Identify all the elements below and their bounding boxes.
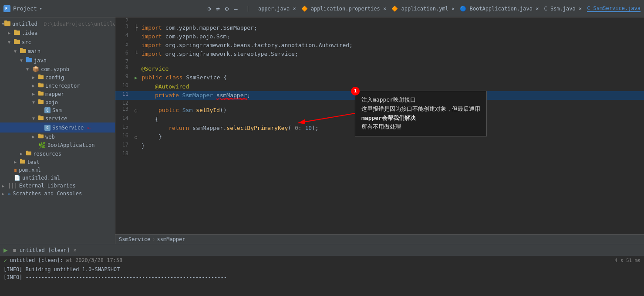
tree-item-idea[interactable]: ▶ .idea [0,28,115,37]
tree-item-pojo[interactable]: ▼ pojo [0,98,115,106]
editor-area: 2 3 ├ import com.yzpnb.mapper.SsmMapper;… [115,17,644,244]
tree-item-web[interactable]: ▶ web [0,133,115,141]
code-line-5: 5 import org.springframework.beans.facto… [115,41,644,50]
play-button[interactable]: ▶ [3,246,8,254]
tooltip-box: 1 注入mapper映射接口 这里报错是因为接口不能创建对象，但最后通用 map… [355,91,487,136]
tree-item-java[interactable]: ▼ java [0,56,115,65]
tree-item-main[interactable]: ▼ main [0,47,115,56]
svg-rect-7 [14,39,17,41]
breadcrumb-ssmservice[interactable]: SsmService [119,236,150,242]
code-area[interactable]: 2 3 ├ import com.yzpnb.mapper.SsmMapper;… [115,17,644,234]
tree-item-interceptor[interactable]: ▶ Interceptor [0,82,115,90]
tree-label-scratches: Scratches and Consoles [13,191,82,197]
tree-label-pomxml: pom.xml [19,167,41,173]
run-status-text: untitled [clean]: [10,257,63,263]
split-icon[interactable]: ⇄ [216,5,219,12]
tab-boot-application[interactable]: 🔵 BootApplication.java × [460,6,539,12]
code-line-8: 8 @Service [115,65,644,73]
tree-item-test[interactable]: ▶ test [0,158,115,166]
run-bar: ▶ m untitled [clean] × [0,244,644,256]
tree-item-root[interactable]: ▼ untitled D:\IdeaProjects\untitled [0,19,115,28]
code-line-17: 17 } [115,142,644,150]
globe-icon[interactable]: ⊕ [207,5,211,12]
tab-mapper[interactable]: apper.java × [258,6,296,12]
project-dropdown-arrow[interactable]: ▾ [40,6,42,11]
tree-item-iml[interactable]: 📄 untitled.iml [0,174,115,182]
success-icon: ✓ [3,257,7,264]
svg-rect-11 [26,57,29,59]
tree-label-interceptor: Interceptor [45,83,80,89]
tree-label-ssm: Ssm [52,107,62,113]
code-line-10: 10 @Autowired [115,82,644,91]
tab-application-properties[interactable]: 🔶 application.properties × [301,6,387,12]
bottom-content: ✓ untitled [clean]: at 2020/3/28 17:58 4… [0,256,644,296]
tooltip-line-4: 所有不用做处理 [361,122,480,132]
project-title[interactable]: Project [13,5,37,12]
tab-ssmservice-active[interactable]: C SsmService.java [587,5,641,12]
tree-item-ssmservice[interactable]: C SsmService ← [0,122,115,133]
tree-item-resources[interactable]: ▶ resources [0,150,115,158]
tree-item-pomxml[interactable]: m pom.xml [0,166,115,174]
run-label-m: m [13,247,16,253]
tree-item-scratches[interactable]: ▶ ✏ Scratches and Consoles [0,190,115,197]
code-line-6: 6 └ import org.springframework.stereotyp… [115,50,644,58]
svg-rect-3 [4,20,7,22]
tree-item-package[interactable]: ▼ 📦 com.yzpnb [0,65,115,73]
tree-item-config[interactable]: ▶ config [0,73,115,82]
tree-item-bootapp[interactable]: 🌿 BootApplication [0,141,115,150]
svg-rect-5 [14,30,17,31]
iml-icon: 📄 [14,175,20,181]
code-line-7: 7 [115,58,644,65]
tree-item-external-libs[interactable]: ▶ ||| External Libraries [0,182,115,190]
svg-rect-21 [38,116,40,117]
tree-label-main: main [28,48,40,54]
tree-label-src: src [22,39,31,45]
tree-item-ssm[interactable]: C Ssm [0,106,115,114]
log-line-1: [INFO] Building untitled 1.0-SNAPSHOT [3,265,641,273]
run-status-row: ✓ untitled [clean]: at 2020/3/28 17:58 4… [0,256,644,265]
tooltip-line-2: 这里报错是因为接口不能创建对象，但最后通用 [361,105,480,114]
project-header: P Project ▾ [3,5,99,12]
run-label-text[interactable]: untitled [clean] [20,247,70,253]
code-line-4: 4 import com.yzpnb.pojo.Ssm; [115,32,644,41]
run-close-btn[interactable]: × [73,247,76,253]
tree-item-src[interactable]: ▼ src [0,37,115,47]
svg-rect-13 [38,75,40,76]
tree-label-java: java [34,58,47,64]
code-line-9: 9 ▶ public class SsmService { [115,73,644,82]
tree-label-bootapp: BootApplication [47,142,94,148]
log-area: [INFO] Building untitled 1.0-SNAPSHOT [I… [0,265,644,296]
tab-application-yml[interactable]: 🔶 application.yml × [391,6,455,12]
minimize-icon[interactable]: — [234,5,237,12]
code-line-2: 2 [115,17,644,24]
settings-icon[interactable]: ⚙ [225,5,229,12]
tooltip-line-3: mapper会帮我们解决 [361,114,480,123]
tree-label-mapper: mapper [45,91,64,97]
top-bar-icons: ⊕ ⇄ ⚙ — | apper.java × 🔶 application.pro… [207,5,641,12]
svg-rect-25 [26,151,28,152]
tree-label-ssmservice: SsmService [52,125,84,131]
libs-icon: ||| [8,183,17,189]
tree-label-iml: untitled.iml [22,175,60,181]
tree-item-service[interactable]: ▼ service [0,114,115,122]
scratches-icon: ✏ [8,191,11,197]
svg-rect-27 [20,159,22,160]
tree-item-mapper[interactable]: ▶ mapper [0,90,115,98]
tree-label-config: config [45,75,64,81]
tab-ssm[interactable]: C Ssm.java × [544,6,582,12]
bottom-panel: ▶ m untitled [clean] × ✓ untitled [clean… [0,244,644,296]
svg-rect-19 [38,99,40,101]
tree-label-resources: resources [33,151,61,157]
code-line-3: 3 ├ import com.yzpnb.mapper.SsmMapper; [115,24,644,32]
run-log-time: 4 s 51 ms [614,258,641,263]
svg-rect-17 [38,91,40,92]
tooltip-number: 1 [351,87,360,95]
main-area: ▼ untitled D:\IdeaProjects\untitled ▶ .i… [0,17,644,244]
breadcrumb-bar: SsmService › ssmMapper [115,234,644,244]
xml-icon: m [14,167,17,173]
tree-label-test: test [27,159,40,165]
tree-label-pojo: pojo [45,99,58,105]
tree-label-web: web [45,134,55,140]
code-line-18: 18 [115,150,644,157]
breadcrumb-ssmmapper[interactable]: ssmMapper [157,236,185,242]
